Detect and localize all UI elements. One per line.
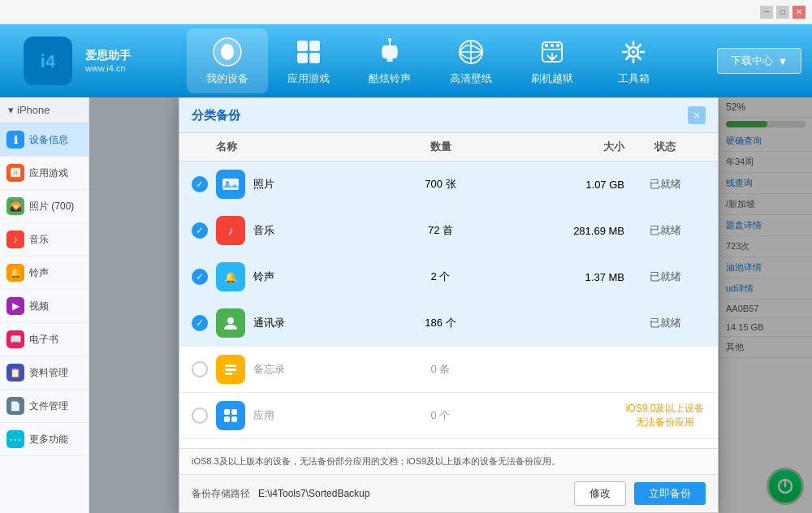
ebooks-sidebar-icon: 📖 <box>6 330 24 348</box>
sidebar-item-videos[interactable]: ▶ 视频 <box>0 290 89 323</box>
ringtones-icon <box>374 36 406 68</box>
row-apps-name: 应用 <box>192 401 354 430</box>
svg-rect-3 <box>297 41 308 51</box>
sidebar-item-ringtones[interactable]: 🔔 铃声 <box>0 256 89 290</box>
music-name: 音乐 <box>253 223 274 238</box>
music-icon: ♪ <box>216 216 245 245</box>
svg-rect-40 <box>225 364 236 367</box>
svg-rect-7 <box>387 58 393 62</box>
table-row[interactable]: 备忘录 0 条 <box>179 347 718 393</box>
nav-jailbreak[interactable]: 刷机越狱 <box>512 28 593 93</box>
sidebar-item-contacts[interactable]: 📋 资料管理 <box>0 356 89 390</box>
contacts-checkbox[interactable]: ✓ <box>192 315 208 331</box>
nav-ringtones-label: 酷炫铃声 <box>369 71 411 86</box>
svg-line-27 <box>626 56 630 60</box>
music-checkbox[interactable]: ✓ <box>192 222 208 239</box>
modal-table: ✓ 照片 700 张 <box>179 162 718 448</box>
modal-bottom: 备份存储路径 E:\i4Tools7\SortedBackup 修改 立即备份 <box>179 474 718 512</box>
nav-toolbox[interactable]: 工具箱 <box>593 28 674 93</box>
sidebar-item-ebooks[interactable]: 📖 电子书 <box>0 323 89 356</box>
modal-title: 分类备份 <box>192 108 240 123</box>
photos-name: 照片 <box>253 177 274 192</box>
my-device-icon <box>211 36 244 68</box>
svg-text:i4: i4 <box>41 51 56 71</box>
table-row[interactable]: ✓ 通讯录 186 个 已就绪 <box>179 300 718 347</box>
apps-checkbox[interactable] <box>192 407 208 424</box>
modal-close-button[interactable]: × <box>688 106 706 124</box>
photos-count: 700 张 <box>354 177 527 192</box>
maximize-button[interactable]: □ <box>776 6 789 19</box>
modal-overlay: 分类备份 × 名称 数量 大小 状态 ✓ <box>89 97 812 513</box>
sidebar-item-more[interactable]: ⋯ 更多功能 <box>0 423 89 456</box>
music-count: 72 首 <box>354 223 527 238</box>
download-center-button[interactable]: 下载中心 ▼ <box>717 48 802 74</box>
svg-point-15 <box>551 44 554 47</box>
svg-rect-46 <box>224 416 230 422</box>
notes-name: 备忘录 <box>253 362 285 377</box>
table-row[interactable]: ✓ 🔔 铃声 2 个 1.37 MB 已就绪 <box>179 254 718 300</box>
contacts-count: 186 个 <box>354 316 527 330</box>
backup-button[interactable]: 立即备份 <box>634 482 706 505</box>
close-button[interactable]: ✕ <box>793 6 806 19</box>
svg-rect-44 <box>224 409 230 415</box>
nav-bar: 我的设备 应用游戏 <box>154 28 706 93</box>
svg-rect-43 <box>221 406 240 425</box>
files-sidebar-icon: 📄 <box>6 397 24 415</box>
svg-point-19 <box>632 50 635 54</box>
sidebar-more-label: 更多功能 <box>29 433 68 446</box>
nav-wallpapers[interactable]: 高清壁纸 <box>430 28 512 93</box>
jailbreak-icon <box>536 36 568 68</box>
path-label: 备份存储路径 <box>192 487 250 501</box>
sidebar-contacts-label: 资料管理 <box>29 366 68 380</box>
photos-sidebar-icon: 🌄 <box>6 197 24 215</box>
more-sidebar-icon: ⋯ <box>6 430 24 448</box>
col-name: 名称 <box>192 140 354 154</box>
table-row[interactable]: ✓ 照片 700 张 <box>179 162 718 208</box>
modal-footer-note: iOS8.3及以上版本的设备，无法备份部分应用的文档；iOS9及以上版本的设备无… <box>179 448 718 474</box>
minimize-button[interactable]: ─ <box>760 6 773 19</box>
right-panel: 52% 硬确查询 年34周 线查询 /新加坡 題盘详情 723次 油池详情 ud… <box>89 97 812 513</box>
sidebar: ▾ iPhone ℹ 设备信息 🅰 应用游戏 🌄 照片 (700) ♪ 音乐 <box>0 97 89 513</box>
sidebar-item-photos[interactable]: 🌄 照片 (700) <box>0 190 89 223</box>
wallpapers-icon <box>455 36 487 68</box>
photos-checkbox[interactable]: ✓ <box>192 176 208 192</box>
device-label: ▾ iPhone <box>0 97 89 123</box>
sidebar-ringtones-label: 铃声 <box>29 266 49 280</box>
table-row[interactable]: ✓ ♪ 音乐 72 首 281.69 MB 已就绪 <box>179 208 718 254</box>
svg-text:🔔: 🔔 <box>224 270 238 284</box>
contacts-status: 已就绪 <box>624 316 706 330</box>
ringtones-status: 已就绪 <box>624 269 706 284</box>
sidebar-files-label: 文件管理 <box>29 399 68 413</box>
window-controls: ─ □ ✕ <box>760 6 806 19</box>
device-arrow-icon: ▾ <box>8 104 14 116</box>
apps-count: 0 个 <box>354 408 527 423</box>
svg-rect-4 <box>309 41 320 51</box>
app-name: 爱思助手 <box>85 49 131 63</box>
nav-apps-games[interactable]: 应用游戏 <box>268 28 349 93</box>
photos-icon <box>216 170 245 199</box>
music-size: 281.69 MB <box>527 225 624 237</box>
notes-checkbox[interactable] <box>192 361 208 377</box>
svg-rect-45 <box>231 409 237 415</box>
col-count: 数量 <box>354 140 527 154</box>
sidebar-item-device-info[interactable]: ℹ 设备信息 <box>0 123 89 157</box>
sidebar-item-music[interactable]: ♪ 音乐 <box>0 223 89 256</box>
nav-my-device[interactable]: 我的设备 <box>187 28 268 93</box>
device-name: iPhone <box>17 104 50 116</box>
table-row[interactable]: 应用 0 个 iOS9.0及以上设备无法备份应用 <box>179 393 718 439</box>
footer-note-text: iOS8.3及以上版本的设备，无法备份部分应用的文档；iOS9及以上版本的设备无… <box>192 456 560 466</box>
svg-point-9 <box>388 38 391 41</box>
sidebar-ebooks-label: 电子书 <box>29 333 58 347</box>
sidebar-item-apps-games[interactable]: 🅰 应用游戏 <box>0 157 89 190</box>
ringtones-checkbox[interactable]: ✓ <box>192 269 208 285</box>
apps-icon <box>216 401 245 430</box>
modal-header: 分类备份 × <box>179 98 718 133</box>
nav-jailbreak-label: 刷机越狱 <box>531 71 573 86</box>
row-music-name: ✓ ♪ 音乐 <box>192 216 354 245</box>
nav-ringtones[interactable]: 酷炫铃声 <box>349 28 430 93</box>
sidebar-item-files[interactable]: 📄 文件管理 <box>0 390 89 423</box>
sidebar-music-label: 音乐 <box>29 233 49 247</box>
app-url: www.i4.cn <box>85 63 131 73</box>
nav-wallpapers-label: 高清壁纸 <box>450 71 492 86</box>
modify-button[interactable]: 修改 <box>574 481 626 506</box>
